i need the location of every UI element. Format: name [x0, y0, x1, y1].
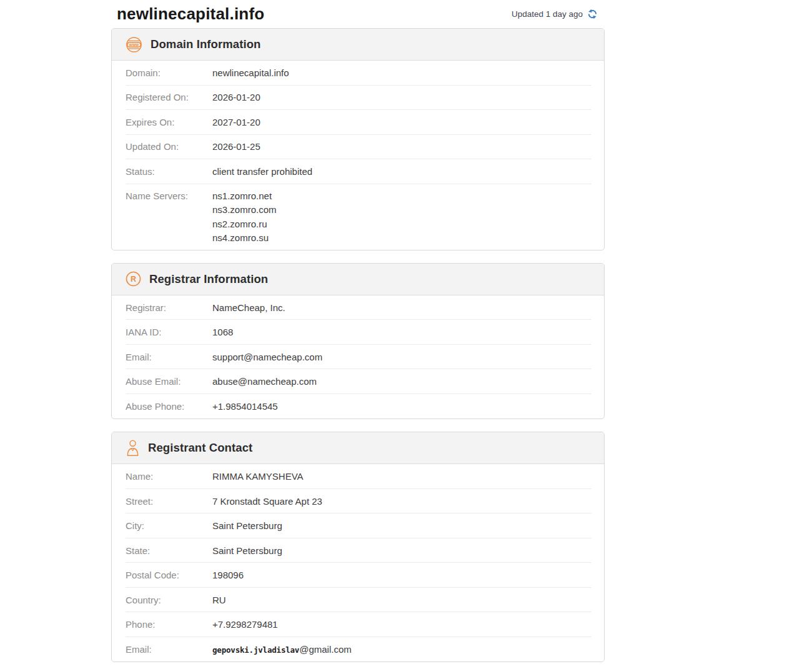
refresh-button[interactable]	[587, 9, 598, 19]
row-value: gepovski.jvladislav@gmail.com	[212, 644, 352, 655]
svg-text:R: R	[131, 275, 136, 284]
registrant-contact-card: Registrant Contact Name:RIMMA KAMYSHEVAS…	[111, 432, 605, 662]
row-value: client transfer prohibited	[212, 166, 312, 177]
row-value: support@namecheap.com	[212, 352, 322, 362]
registrant-contact-header: Registrant Contact	[112, 432, 604, 464]
domain-information-header: www Domain Information	[112, 29, 604, 61]
row-label: Updated On:	[126, 141, 212, 152]
row-value: 2027-01-20	[212, 117, 260, 127]
row-label: State:	[126, 545, 212, 556]
info-row: Registered On:2026-01-20	[126, 86, 592, 111]
section-title: Registrar Information	[149, 272, 268, 286]
section-title: Domain Information	[151, 37, 261, 51]
domain-information-body: Domain:newlinecapital.infoRegistered On:…	[112, 61, 604, 250]
info-row: State:Saint Petersburg	[126, 538, 592, 563]
info-row: Status:client transfer prohibited	[126, 159, 592, 184]
row-value: Saint Petersburg	[212, 545, 282, 556]
updated-status: Updated 1 day ago	[512, 9, 598, 19]
info-row: Email:support@namecheap.com	[126, 345, 592, 370]
info-row: Street:7 Kronstadt Square Apt 23	[126, 489, 592, 514]
row-label: Name Servers:	[126, 189, 212, 204]
row-label: IANA ID:	[126, 327, 212, 337]
row-value: 2026-01-25	[212, 141, 260, 152]
name-server-item: ns1.zomro.net	[212, 189, 277, 204]
registrant-contact-body: Name:RIMMA KAMYSHEVAStreet:7 Kronstadt S…	[112, 464, 604, 662]
row-label: Domain:	[126, 67, 212, 78]
row-label: Abuse Email:	[126, 376, 212, 387]
row-value: +7.9298279481	[212, 619, 278, 630]
row-label: Phone:	[126, 619, 212, 630]
page-header: newlinecapital.info Updated 1 day ago	[111, 1, 605, 26]
info-row: Country:RU	[126, 588, 592, 613]
info-row: Abuse Phone:+1.9854014545	[126, 394, 592, 419]
name-server-item: ns2.zomro.ru	[212, 217, 277, 232]
row-value: abuse@namecheap.com	[212, 376, 317, 387]
info-row: Updated On:2026-01-25	[126, 135, 592, 160]
row-label: Status:	[126, 166, 212, 177]
row-label: Email:	[126, 352, 212, 362]
info-row: Phone:+7.9298279481	[126, 612, 592, 637]
email-domain-part: @gmail.com	[299, 644, 352, 655]
row-label: Name:	[126, 471, 212, 482]
info-row: Registrar:NameCheap, Inc.	[126, 295, 592, 320]
row-label: Abuse Phone:	[126, 401, 212, 412]
globe-www-icon: www	[126, 36, 142, 53]
registrar-information-header: R Registrar Information	[112, 264, 604, 295]
row-value: Saint Petersburg	[212, 520, 282, 531]
page-title: newlinecapital.info	[117, 4, 264, 24]
row-value: 198096	[212, 570, 244, 580]
row-label: Registrar:	[126, 302, 212, 313]
row-label: City:	[126, 520, 212, 531]
main-content: newlinecapital.info Updated 1 day ago	[111, 0, 605, 662]
row-label: Expires On:	[126, 117, 212, 127]
row-value: 1068	[212, 327, 233, 337]
refresh-icon	[587, 9, 598, 19]
row-label: Postal Code:	[126, 570, 212, 580]
registrar-information-body: Registrar:NameCheap, Inc.IANA ID:1068Ema…	[112, 295, 604, 419]
registrar-information-card: R Registrar Information Registrar:NameCh…	[111, 263, 605, 420]
row-value: 2026-01-20	[212, 92, 260, 102]
section-title: Registrant Contact	[148, 441, 252, 455]
info-row: Email:gepovski.jvladislav@gmail.com	[126, 637, 592, 662]
row-label: Registered On:	[126, 92, 212, 102]
row-label: Country:	[126, 595, 212, 605]
domain-information-card: www Domain Information Domain:newlinecap…	[111, 28, 605, 250]
name-server-item: ns4.zomro.su	[212, 231, 277, 245]
person-icon	[126, 439, 140, 457]
registered-mark-icon: R	[126, 271, 141, 287]
info-row: Abuse Email:abuse@namecheap.com	[126, 369, 592, 394]
row-value: ns1.zomro.netns3.zomro.comns2.zomro.runs…	[212, 189, 277, 245]
info-row: City:Saint Petersburg	[126, 513, 592, 538]
info-row: Postal Code:198096	[126, 563, 592, 588]
obfuscated-email-localpart: gepovski.jvladislav	[212, 645, 299, 655]
row-value: newlinecapital.info	[212, 67, 289, 78]
name-server-item: ns3.zomro.com	[212, 203, 277, 217]
info-row: Name:RIMMA KAMYSHEVA	[126, 464, 592, 489]
row-value: 7 Kronstadt Square Apt 23	[212, 496, 322, 507]
info-row: Expires On:2027-01-20	[126, 110, 592, 135]
row-value: RU	[212, 595, 226, 605]
row-value: NameCheap, Inc.	[212, 302, 285, 313]
svg-text:www: www	[129, 42, 139, 46]
updated-label: Updated 1 day ago	[512, 9, 583, 19]
info-row: Name Servers:ns1.zomro.netns3.zomro.comn…	[126, 184, 592, 250]
row-label: Email:	[126, 644, 212, 655]
row-value: +1.9854014545	[212, 401, 278, 412]
info-row: IANA ID:1068	[126, 320, 592, 345]
row-value: RIMMA KAMYSHEVA	[212, 471, 304, 482]
row-label: Street:	[126, 496, 212, 507]
info-row: Domain:newlinecapital.info	[126, 61, 592, 86]
